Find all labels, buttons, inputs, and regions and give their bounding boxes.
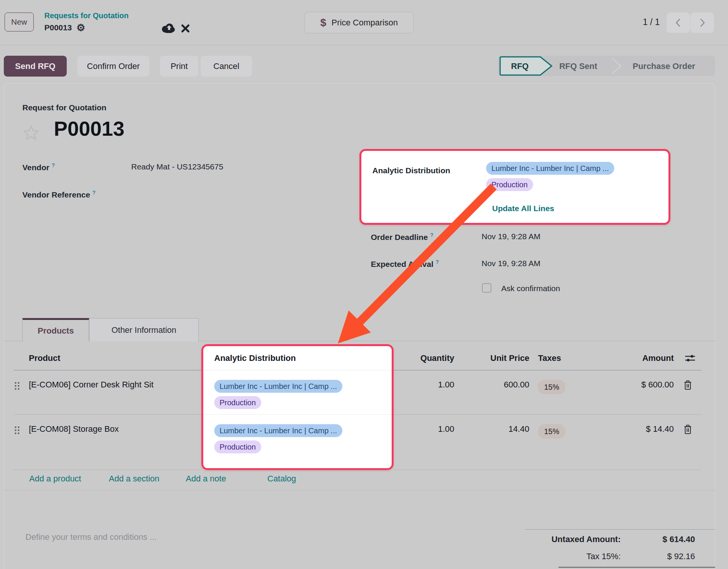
unit-price-column-header: Unit Price: [459, 346, 534, 370]
status-stage-rfq-label[interactable]: RFQ: [511, 61, 529, 71]
analytic-cell: Lumber Inc - Lumber Inc | Camp ... Produ…: [201, 415, 394, 470]
quantity-column-header: Quantity: [394, 346, 459, 370]
vendor-value[interactable]: Ready Mat - US12345675: [131, 162, 223, 171]
add-product-link[interactable]: Add a product: [29, 474, 81, 484]
ask-confirmation-checkbox[interactable]: [482, 283, 491, 293]
expected-arrival-value[interactable]: Nov 19, 9:28 AM: [482, 259, 540, 268]
tax-badge[interactable]: 15%: [538, 380, 565, 394]
totals-divider: [525, 529, 715, 530]
chevron-right-icon: [698, 17, 706, 28]
analytic-tag[interactable]: Production: [214, 396, 261, 409]
expected-arrival-label: Expected Arrival?: [371, 259, 439, 269]
pager-next-button[interactable]: [690, 13, 714, 33]
record-breadcrumb: P00013 ⚙: [44, 23, 85, 33]
price-comparison-button[interactable]: $ Price Comparison: [304, 12, 414, 33]
delete-row-icon[interactable]: [679, 415, 701, 470]
analytic-tag[interactable]: Lumber Inc - Lumber Inc | Camp ...: [214, 424, 342, 437]
order-lines-table: Product Analytic Distribution Quantity U…: [14, 346, 701, 470]
row-drag-handle[interactable]: [14, 370, 23, 415]
untaxed-amount-value: $ 614.40: [619, 535, 695, 544]
gear-icon[interactable]: ⚙: [76, 23, 85, 33]
order-deadline-label: Order Deadline?: [371, 232, 433, 242]
row-drag-handle[interactable]: [14, 415, 23, 470]
discard-icon[interactable]: [181, 24, 190, 33]
column-options-icon[interactable]: [679, 346, 701, 370]
taxes-cell: 15%: [534, 415, 592, 470]
amount-column-header: Amount: [592, 346, 679, 370]
help-icon: ?: [93, 190, 96, 196]
status-stage-purchase-order-label[interactable]: Purchase Order: [632, 61, 695, 71]
product-cell[interactable]: [E-COM08] Storage Box: [23, 415, 201, 470]
help-icon: ?: [436, 259, 439, 265]
tax-badge[interactable]: 15%: [538, 424, 565, 439]
drag-handle-icon: [14, 426, 20, 437]
chevron-left-icon: [675, 17, 682, 28]
amount-cell: $ 600.00: [592, 370, 679, 415]
help-icon: ?: [430, 232, 434, 238]
taxes-cell: 15%: [534, 370, 592, 415]
order-deadline-value[interactable]: Nov 19, 9:28 AM: [482, 232, 540, 241]
terms-placeholder[interactable]: Define your terms and conditions ...: [25, 532, 157, 542]
taxes-column-header: Taxes: [534, 346, 592, 370]
send-rfq-button[interactable]: Send RFQ: [4, 56, 67, 77]
add-note-link[interactable]: Add a note: [186, 474, 226, 484]
pager-previous-button[interactable]: [667, 13, 690, 33]
analytic-tag[interactable]: Production: [214, 440, 261, 453]
analytic-cell: Lumber Inc - Lumber Inc | Camp ... Produ…: [201, 370, 394, 415]
delete-row-icon[interactable]: [679, 370, 701, 415]
section-divider: [4, 490, 715, 491]
table-header-row: Product Analytic Distribution Quantity U…: [14, 346, 701, 370]
total-row-divider: [559, 567, 715, 568]
tax-label: Tax 15%:: [493, 552, 621, 561]
print-button[interactable]: Print: [160, 56, 198, 77]
record-title: P00013: [54, 117, 124, 140]
top-bar: New Requests for Quotation P00013 ⚙ $ Pr…: [0, 0, 728, 45]
catalog-link[interactable]: Catalog: [267, 474, 296, 484]
product-cell[interactable]: [E-COM06] Corner Desk Right Sit: [23, 370, 201, 415]
tab-products[interactable]: Products: [22, 318, 89, 342]
help-icon: ?: [52, 162, 55, 168]
status-stage-rfq-sent-label[interactable]: RFQ Sent: [559, 61, 598, 71]
handle-column-header: [14, 346, 23, 370]
record-name: P00013: [44, 23, 72, 32]
unit-price-cell[interactable]: 14.40: [459, 415, 534, 470]
add-section-link[interactable]: Add a section: [109, 474, 159, 484]
form-title-label: Request for Quotation: [22, 103, 107, 112]
favorite-star-icon[interactable]: [22, 124, 40, 142]
status-bar: RFQ RFQ Sent Purchase Order: [498, 56, 715, 76]
ask-confirmation-label: Ask confirmation: [501, 284, 560, 293]
tax-value: $ 92.16: [619, 552, 695, 561]
drag-handle-icon: [14, 381, 20, 393]
untaxed-amount-label: Untaxed Amount:: [493, 535, 621, 544]
tab-other-information[interactable]: Other Information: [89, 318, 199, 342]
amount-cell: $ 14.40: [592, 415, 679, 470]
vendor-label: Vendor?: [22, 162, 55, 172]
product-column-header: Product: [23, 346, 201, 370]
table-row: [E-COM06] Corner Desk Right Sit Lumber I…: [14, 370, 701, 415]
unit-price-cell[interactable]: 600.00: [459, 370, 534, 415]
vendor-reference-label: Vendor Reference?: [22, 190, 96, 199]
cancel-button[interactable]: Cancel: [201, 56, 252, 77]
breadcrumb[interactable]: Requests for Quotation: [44, 11, 129, 20]
quantity-cell[interactable]: 1.00: [394, 415, 459, 470]
pager-count: 1 / 1: [630, 17, 660, 27]
table-row: [E-COM08] Storage Box Lumber Inc - Lumbe…: [14, 415, 701, 470]
analytic-tag[interactable]: Lumber Inc - Lumber Inc | Camp ...: [214, 380, 342, 393]
new-button[interactable]: New: [5, 13, 34, 31]
save-cloud-icon[interactable]: [161, 23, 175, 33]
confirm-order-button[interactable]: Confirm Order: [77, 56, 149, 77]
quantity-cell[interactable]: 1.00: [394, 370, 459, 415]
analytic-column-header: Analytic Distribution: [201, 346, 394, 370]
dollar-icon: $: [320, 17, 326, 29]
